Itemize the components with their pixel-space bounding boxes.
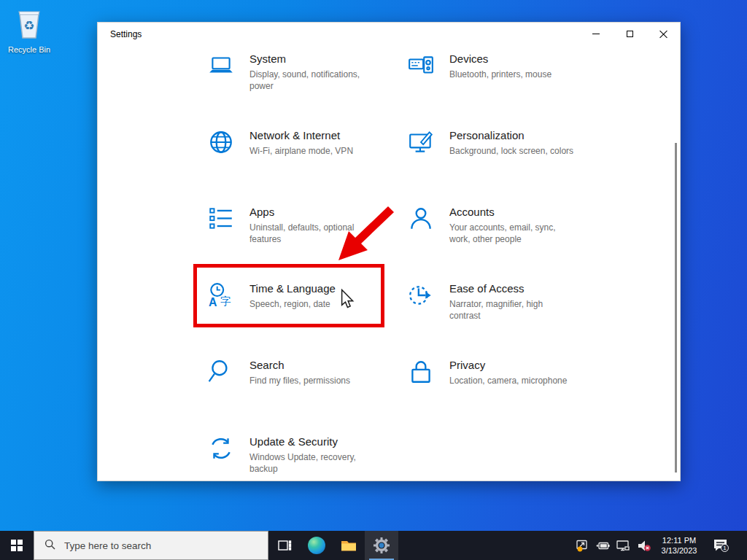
task-view-icon: [277, 538, 292, 553]
tile-privacy[interactable]: Privacy Location, camera, microphone: [407, 358, 589, 386]
notification-icon: 1: [711, 536, 730, 555]
minimize-button[interactable]: [579, 23, 613, 44]
ease-of-access-icon: [407, 281, 435, 309]
tile-subtitle: Narrator, magnifier, high contrast: [449, 298, 543, 322]
edge-button[interactable]: [301, 531, 333, 560]
search-input[interactable]: [64, 540, 239, 551]
maximize-icon: [627, 31, 633, 37]
svg-text:A: A: [209, 296, 217, 308]
close-button[interactable]: [646, 23, 680, 44]
tile-search[interactable]: Search Find my files, permissions: [207, 358, 390, 386]
file-explorer-icon: [340, 537, 357, 554]
tile-title: Time & Language: [249, 281, 336, 296]
settings-gear-icon: [373, 537, 390, 554]
task-view-button[interactable]: [268, 531, 301, 560]
minimize-icon: [592, 34, 600, 34]
tile-accounts[interactable]: Accounts Your accounts, email, sync, wor…: [407, 205, 589, 245]
svg-text:♻: ♻: [23, 19, 34, 33]
file-explorer-button[interactable]: [333, 531, 365, 560]
taskbar-clock[interactable]: 12:11 PM 3/13/2023: [655, 535, 703, 556]
settings-window: Settings System Display, sound, notifica…: [97, 22, 681, 481]
tile-title: System: [249, 52, 360, 66]
tile-subtitle: Your accounts, email, sync, work, other …: [449, 222, 556, 245]
clock-time: 12:11 PM: [657, 535, 702, 545]
tile-subtitle: Location, camera, microphone: [449, 375, 567, 386]
volume-muted-tray-icon[interactable]: [635, 531, 652, 560]
tile-title: Personalization: [449, 128, 573, 143]
tile-network[interactable]: Network & Internet Wi-Fi, airplane mode,…: [207, 128, 390, 157]
tile-title: Privacy: [449, 358, 567, 373]
personalization-icon: [407, 128, 435, 156]
tile-title: Update & Security: [249, 435, 356, 449]
tile-subtitle: Windows Update, recovery, backup: [249, 451, 356, 475]
tile-system[interactable]: System Display, sound, notifications, po…: [207, 52, 390, 92]
tile-title: Ease of Access: [449, 281, 543, 296]
tile-subtitle: Wi-Fi, airplane mode, VPN: [249, 145, 353, 157]
tile-title: Search: [249, 358, 350, 373]
tile-title: Apps: [249, 205, 354, 219]
desktop: ♻ Recycle Bin Settings System Display, s…: [0, 0, 747, 560]
window-title: Settings: [110, 29, 142, 39]
settings-app-button[interactable]: [365, 531, 398, 560]
devices-icon: [407, 52, 435, 79]
recycle-bin[interactable]: ♻ Recycle Bin: [6, 6, 53, 54]
tile-subtitle: Uninstall, defaults, optional features: [249, 222, 354, 245]
update-security-icon: [207, 435, 235, 462]
time-language-icon: A 字: [207, 281, 235, 309]
action-center-button[interactable]: 1: [706, 531, 735, 560]
svg-text:字: 字: [220, 295, 231, 307]
clock-date: 3/13/2023: [657, 545, 702, 556]
search-icon: [44, 539, 55, 553]
privacy-lock-icon: [407, 358, 435, 386]
maximize-button[interactable]: [613, 23, 646, 44]
system-icon: [207, 52, 235, 79]
scrollbar-thumb[interactable]: [675, 143, 677, 472]
tile-ease-of-access[interactable]: Ease of Access Narrator, magnifier, high…: [407, 281, 589, 322]
battery-tray-icon[interactable]: [594, 531, 611, 560]
tile-personalization[interactable]: Personalization Background, lock screen,…: [407, 128, 589, 157]
window-titlebar: Settings: [98, 23, 680, 46]
tile-time-language[interactable]: A 字 Time & Language Speech, region, date: [207, 281, 390, 310]
globe-icon: [207, 128, 235, 156]
taskbar: 12:11 PM 3/13/2023 1: [0, 531, 747, 560]
tile-subtitle: Bluetooth, printers, mouse: [449, 69, 551, 80]
start-button[interactable]: [0, 531, 34, 560]
network-tray-icon[interactable]: [614, 531, 632, 560]
tile-subtitle: Background, lock screen, colors: [449, 145, 573, 157]
apps-icon: [207, 205, 235, 233]
tile-title: Devices: [449, 52, 551, 66]
recycle-bin-icon: ♻: [13, 31, 45, 43]
search-magnifier-icon: [207, 358, 235, 386]
notification-badge: 1: [723, 545, 727, 551]
tile-subtitle: Display, sound, notifications, power: [249, 69, 360, 92]
tile-devices[interactable]: Devices Bluetooth, printers, mouse: [407, 52, 589, 80]
tile-apps[interactable]: Apps Uninstall, defaults, optional featu…: [207, 205, 390, 245]
taskbar-search[interactable]: [34, 531, 268, 560]
tile-subtitle: Speech, region, date: [249, 298, 336, 310]
tile-title: Network & Internet: [249, 128, 353, 143]
recycle-bin-label: Recycle Bin: [6, 45, 53, 54]
restart-required-tray-icon[interactable]: [573, 531, 591, 560]
close-icon: [659, 30, 667, 38]
tile-title: Accounts: [449, 205, 556, 219]
edge-icon: [308, 537, 325, 554]
tile-update-security[interactable]: Update & Security Windows Update, recove…: [207, 435, 390, 475]
windows-logo-icon: [11, 540, 23, 551]
tile-subtitle: Find my files, permissions: [249, 375, 350, 386]
accounts-icon: [407, 205, 435, 233]
